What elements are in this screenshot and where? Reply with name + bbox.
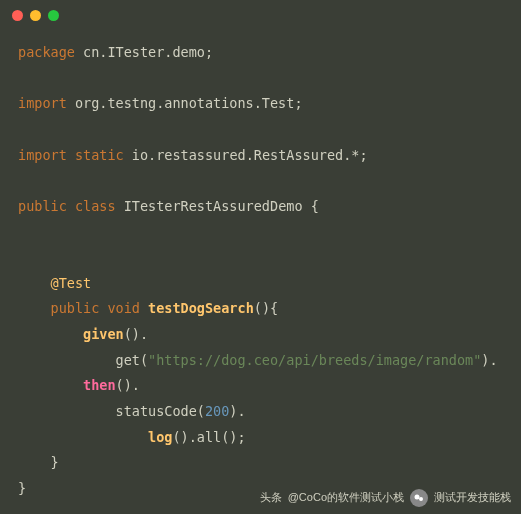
annotation-test: @Test — [51, 275, 92, 291]
svg-point-0 — [415, 494, 420, 499]
method-name: testDogSearch — [148, 300, 254, 316]
class-name: ITesterRestAssuredDemo — [124, 198, 303, 214]
keyword-import: import — [18, 95, 67, 111]
close-icon[interactable] — [12, 10, 23, 21]
keyword-public: public — [51, 300, 100, 316]
call-all: all — [197, 429, 221, 445]
call-get: get — [116, 352, 140, 368]
code-editor: package cn.ITester.demo; import org.test… — [0, 0, 521, 514]
call-log: log — [148, 429, 172, 445]
keyword-public: public — [18, 198, 67, 214]
number-literal: 200 — [205, 403, 229, 419]
footer-author: @CoCo的软件测试小栈 — [288, 487, 404, 508]
svg-point-1 — [419, 497, 423, 501]
keyword-class: class — [75, 198, 116, 214]
keyword-package: package — [18, 44, 75, 60]
window-traffic-lights — [12, 10, 59, 21]
maximize-icon[interactable] — [48, 10, 59, 21]
keyword-void: void — [107, 300, 140, 316]
import-path: org.testng.annotations.Test — [75, 95, 294, 111]
package-name: cn.ITester.demo — [83, 44, 205, 60]
watermark-footer: 头条 @CoCo的软件测试小栈 测试开发技能栈 — [260, 487, 511, 508]
call-statuscode: statusCode — [116, 403, 197, 419]
call-given: given — [83, 326, 124, 342]
call-then: then — [83, 377, 116, 393]
footer-prefix: 头条 — [260, 487, 282, 508]
import-path: io.restassured.RestAssured.* — [132, 147, 360, 163]
minimize-icon[interactable] — [30, 10, 41, 21]
wechat-icon — [410, 489, 428, 507]
keyword-import: import — [18, 147, 67, 163]
string-url: "https://dog.ceo/api/breeds/image/random… — [148, 352, 481, 368]
keyword-static: static — [75, 147, 124, 163]
footer-label: 测试开发技能栈 — [434, 487, 511, 508]
